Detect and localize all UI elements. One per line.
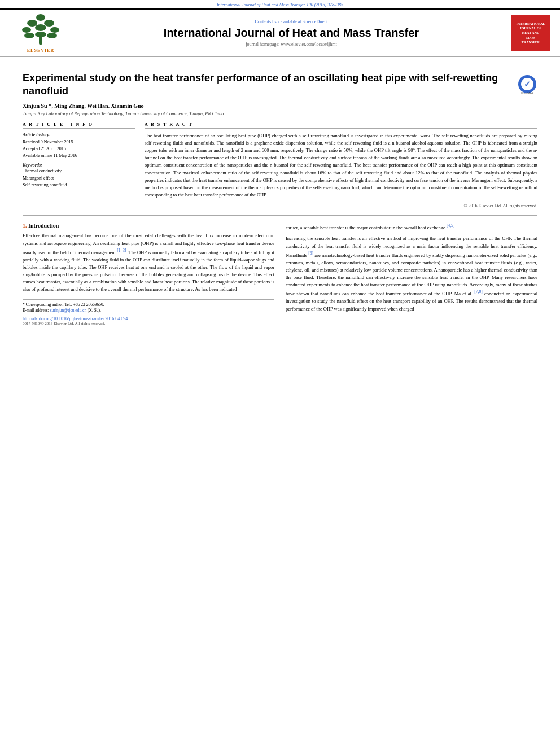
svg-point-9 xyxy=(47,33,57,38)
intro-heading: 1. Introduction xyxy=(23,222,274,229)
elsevier-tree-icon xyxy=(18,13,63,47)
abstract-column: A B S T R A C T The heat transfer perfor… xyxy=(145,122,537,209)
article-info-heading: A R T I C L E I N F O xyxy=(23,122,135,129)
body-right-column: earlier, a sensible heat transfer is the… xyxy=(286,222,537,325)
article-history-label: Article history: xyxy=(23,132,135,137)
intro-paragraph-2: Increasing the sensible heat transfer is… xyxy=(286,235,537,312)
two-column-section: A R T I C L E I N F O Article history: R… xyxy=(23,122,537,209)
article-title-section: Experimental study on the heat transfer … xyxy=(23,72,537,98)
crossmark-icon: ✓ CrossMark xyxy=(517,74,537,94)
journal-homepage: journal homepage: www.elsevier.com/locat… xyxy=(80,42,502,47)
svg-point-6 xyxy=(50,27,59,33)
abstract-heading: A B S T R A C T xyxy=(145,122,537,129)
svg-rect-10 xyxy=(39,36,42,45)
contents-line: Contents lists available at ScienceDirec… xyxy=(80,19,502,24)
copyright-line: © 2016 Elsevier Ltd. All rights reserved… xyxy=(145,203,537,208)
affiliation: Tianjin Key Laboratory of Refrigeration … xyxy=(23,111,537,116)
journal-title: International Journal of Heat and Mass T… xyxy=(80,27,502,40)
svg-text:CrossMark: CrossMark xyxy=(521,91,534,94)
sciencedirect-link[interactable]: ScienceDirect xyxy=(303,19,328,24)
email-link[interactable]: surinjun@tjcu.edu.cn xyxy=(50,308,86,313)
elsevier-label: ELSEVIER xyxy=(27,48,54,53)
journal-logo-box: INTERNATIONALJOURNAL OFHEAT ANDMASSTRANS… xyxy=(511,15,550,51)
body-two-column: 1. Introduction Effective thermal manage… xyxy=(23,222,537,325)
journal-citation: International Journal of Heat and Mass T… xyxy=(217,2,343,7)
svg-point-1 xyxy=(36,14,45,21)
svg-point-2 xyxy=(27,20,37,27)
issn-text: 0017-9310/© 2016 Elsevier Ltd. All right… xyxy=(23,321,274,326)
svg-point-4 xyxy=(22,27,31,33)
footnote-email: E-mail address: surinjun@tjcu.edu.cn (X.… xyxy=(23,308,274,314)
keyword-3: Self-rewetting nanofluid xyxy=(23,182,135,189)
svg-point-7 xyxy=(24,33,34,38)
svg-point-5 xyxy=(35,24,46,31)
keyword-1: Thermal conductivity xyxy=(23,168,135,175)
authors-line: Xinjun Su *, Ming Zhang, Wei Han, Xianmi… xyxy=(23,103,537,109)
journal-header-right: INTERNATIONALJOURNAL OFHEAT ANDMASSTRANS… xyxy=(508,15,553,51)
intro-paragraph-continuation: earlier, a sensible heat transfer is the… xyxy=(286,222,537,231)
keywords-list: Thermal conductivity Marangoni effect Se… xyxy=(23,168,135,189)
journal-header: ELSEVIER Contents lists available at Sci… xyxy=(0,8,560,57)
keyword-2: Marangoni effect xyxy=(23,175,135,182)
journal-logo-text: INTERNATIONALJOURNAL OFHEAT ANDMASSTRANS… xyxy=(517,21,545,45)
abstract-text: The heat transfer performance of an osci… xyxy=(145,132,537,199)
svg-point-3 xyxy=(44,20,54,27)
svg-text:✓: ✓ xyxy=(524,80,531,89)
journal-header-left: ELSEVIER xyxy=(7,13,75,53)
footnote-section: * Corresponding author. Tel.: +86 22 266… xyxy=(23,299,274,326)
section-divider xyxy=(23,215,537,216)
keywords-label: Keywords: xyxy=(23,163,135,168)
article-received: Received 9 November 2015 Accepted 25 Apr… xyxy=(23,139,135,159)
article-info-column: A R T I C L E I N F O Article history: R… xyxy=(23,122,135,209)
footnote-corresponding: * Corresponding author. Tel.: +86 22 266… xyxy=(23,302,274,308)
body-left-column: 1. Introduction Effective thermal manage… xyxy=(23,222,274,325)
section-number: 1. xyxy=(23,222,27,229)
intro-paragraph-1: Effective thermal management has become … xyxy=(23,232,274,293)
article-title: Experimental study on the heat transfer … xyxy=(23,72,511,98)
main-content: Experimental study on the heat transfer … xyxy=(0,57,560,331)
section-title: Introduction xyxy=(28,222,59,229)
doi-link[interactable]: http://dx.doi.org/10.1016/j.ijheatmasstr… xyxy=(23,316,274,321)
top-bar: International Journal of Heat and Mass T… xyxy=(0,0,560,8)
author-names: Xinjun Su *, Ming Zhang, Wei Han, Xianmi… xyxy=(23,103,144,109)
journal-header-center: Contents lists available at ScienceDirec… xyxy=(80,19,502,47)
